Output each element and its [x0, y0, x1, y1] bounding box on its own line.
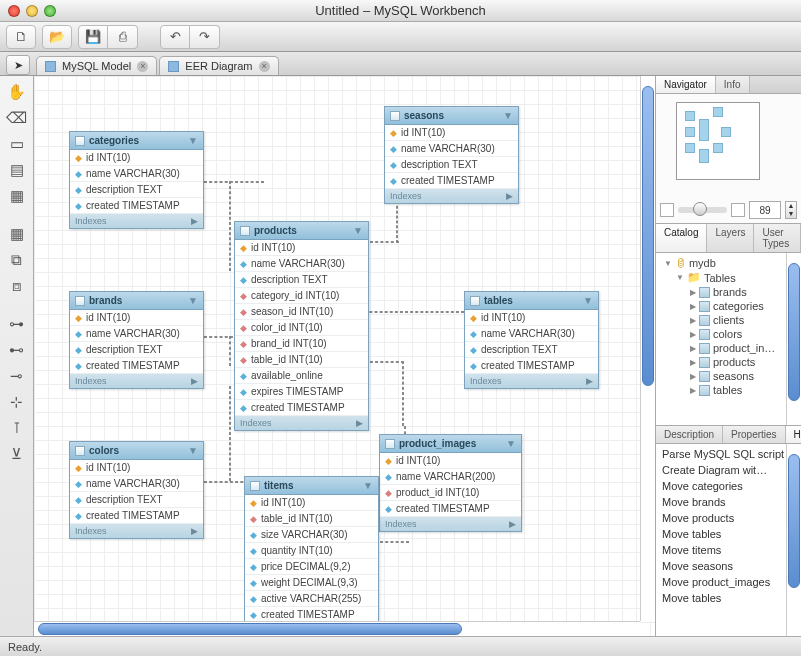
tab-history[interactable]: His [786, 426, 801, 443]
table-icon [75, 136, 85, 146]
open-file-button[interactable]: 📂 [42, 25, 72, 49]
column-icon: ◆ [75, 201, 82, 211]
horizontal-scrollbar[interactable] [34, 621, 640, 636]
note-tool[interactable]: ▤ [4, 158, 30, 182]
tab-properties[interactable]: Properties [723, 426, 786, 443]
column-icon: ◆ [75, 185, 82, 195]
redo-button[interactable]: ↷ [190, 25, 220, 49]
zoom-stepper[interactable]: ▲▼ [785, 201, 797, 219]
navigator-minimap[interactable]: 89 ▲▼ [656, 94, 801, 224]
tree-item[interactable]: product_in… [713, 342, 775, 354]
tree-item[interactable]: colors [713, 328, 742, 340]
close-tab-icon[interactable]: × [259, 61, 270, 72]
history-item[interactable]: Create Diagram wit… [656, 462, 801, 478]
undo-button[interactable]: ↶ [160, 25, 190, 49]
tab-navigator[interactable]: Navigator [656, 76, 716, 93]
zoom-fit-button[interactable] [660, 203, 674, 217]
eraser-tool[interactable]: ⌫ [4, 106, 30, 130]
indexes-label: Indexes [75, 216, 107, 226]
zoom-100-button[interactable] [731, 203, 745, 217]
catalog-tree[interactable]: ▼🛢mydb ▼📁Tables ▶brands ▶categories ▶cli… [656, 253, 801, 425]
tab-info[interactable]: Info [716, 76, 750, 93]
catalog-tabs: Catalog Layers User Types [656, 224, 801, 253]
indexes-label: Indexes [390, 191, 422, 201]
history-item[interactable]: Move products [656, 510, 801, 526]
history-item[interactable]: Move tables [656, 590, 801, 606]
tab-user-types[interactable]: User Types [754, 224, 801, 252]
expand-icon[interactable]: ▶ [191, 216, 198, 226]
tab-catalog[interactable]: Catalog [656, 224, 707, 252]
table-titems[interactable]: titems▼ ◆id INT(10) ◆table_id INT(10) ◆s… [244, 476, 379, 624]
collapse-icon[interactable]: ▼ [188, 135, 198, 146]
vertical-scrollbar[interactable] [640, 76, 655, 621]
table-colors[interactable]: colors▼ ◆id INT(10) ◆name VARCHAR(30) ◆d… [69, 441, 204, 539]
column-label: description TEXT [481, 344, 558, 355]
tree-item[interactable]: seasons [713, 370, 754, 382]
history-item[interactable]: Move product_images [656, 574, 801, 590]
relation-1-n-tool[interactable]: ⊷ [4, 338, 30, 362]
history-list[interactable]: Parse MySQL SQL script Create Diagram wi… [656, 444, 801, 636]
tab-layers[interactable]: Layers [707, 224, 754, 252]
column-label: id INT(10) [481, 312, 525, 323]
history-item[interactable]: Move seasons [656, 558, 801, 574]
zoom-slider[interactable] [678, 207, 727, 213]
history-item[interactable]: Move categories [656, 478, 801, 494]
column-label: name VARCHAR(30) [86, 168, 180, 179]
hand-tool[interactable]: ✋ [4, 80, 30, 104]
column-label: name VARCHAR(200) [396, 471, 495, 482]
tree-item[interactable]: tables [713, 384, 742, 396]
column-label: expires TIMESTAMP [251, 386, 343, 397]
indexes-label: Indexes [75, 526, 107, 536]
diagram-icon [168, 61, 179, 72]
tree-item[interactable]: clients [713, 314, 744, 326]
relation-identifying-tool[interactable]: ⊺ [4, 416, 30, 440]
tree-item[interactable]: brands [713, 286, 747, 298]
save-as-button[interactable]: ⎙ [108, 25, 138, 49]
tab-mysql-model[interactable]: MySQL Model × [36, 56, 157, 75]
column-label: quantity INT(10) [261, 545, 333, 556]
relation-1-1-tool[interactable]: ⊶ [4, 312, 30, 336]
layer-tool[interactable]: ▭ [4, 132, 30, 156]
status-text: Ready. [8, 641, 42, 653]
new-file-button[interactable]: 🗋 [6, 25, 36, 49]
relation-n-1-tool[interactable]: ⊸ [4, 364, 30, 388]
column-label: category_id INT(10) [251, 290, 339, 301]
column-label: created TIMESTAMP [86, 360, 180, 371]
column-label: created TIMESTAMP [401, 175, 495, 186]
navigator-tabs: Navigator Info [656, 76, 801, 94]
table-title: seasons [404, 110, 444, 121]
history-scrollbar[interactable] [786, 444, 801, 636]
table-products[interactable]: products▼ ◆id INT(10) ◆name VARCHAR(30) … [234, 221, 369, 431]
table-brands[interactable]: brands▼ ◆id INT(10) ◆name VARCHAR(30) ◆d… [69, 291, 204, 389]
image-tool[interactable]: ▦ [4, 184, 30, 208]
relation-n-m-tool[interactable]: ⊹ [4, 390, 30, 414]
table-tool[interactable]: ▦ [4, 222, 30, 246]
routine-tool[interactable]: ⧈ [4, 274, 30, 298]
table-product-images[interactable]: product_images▼ ◆id INT(10) ◆name VARCHA… [379, 434, 522, 532]
history-item[interactable]: Parse MySQL SQL script [656, 446, 801, 462]
tree-item[interactable]: products [713, 356, 755, 368]
column-label: table_id INT(10) [251, 354, 323, 365]
view-tool[interactable]: ⧉ [4, 248, 30, 272]
column-label: created TIMESTAMP [396, 503, 490, 514]
history-item[interactable]: Move brands [656, 494, 801, 510]
history-item[interactable]: Move tables [656, 526, 801, 542]
table-seasons[interactable]: seasons▼ ◆id INT(10) ◆name VARCHAR(30) ◆… [384, 106, 519, 204]
save-button[interactable]: 💾 [78, 25, 108, 49]
collapse-icon[interactable]: ▼ [503, 110, 513, 121]
relation-existing-tool[interactable]: ⊻ [4, 442, 30, 466]
history-item[interactable]: Move titems [656, 542, 801, 558]
tab-eer-diagram[interactable]: EER Diagram × [159, 56, 278, 75]
model-icon [45, 61, 56, 72]
tab-description[interactable]: Description [656, 426, 723, 443]
pointer-tool-button[interactable]: ➤ [6, 55, 30, 75]
diagram-canvas[interactable]: categories▼ ◆id INT(10) ◆name VARCHAR(30… [34, 76, 655, 636]
table-tables[interactable]: tables▼ ◆id INT(10) ◆name VARCHAR(30) ◆d… [464, 291, 599, 389]
folder-icon: 📁 [687, 271, 701, 284]
catalog-scrollbar[interactable] [786, 253, 801, 425]
table-categories[interactable]: categories▼ ◆id INT(10) ◆name VARCHAR(30… [69, 131, 204, 229]
close-tab-icon[interactable]: × [137, 61, 148, 72]
tree-item[interactable]: categories [713, 300, 764, 312]
zoom-value[interactable]: 89 [749, 201, 781, 219]
column-label: product_id INT(10) [396, 487, 479, 498]
